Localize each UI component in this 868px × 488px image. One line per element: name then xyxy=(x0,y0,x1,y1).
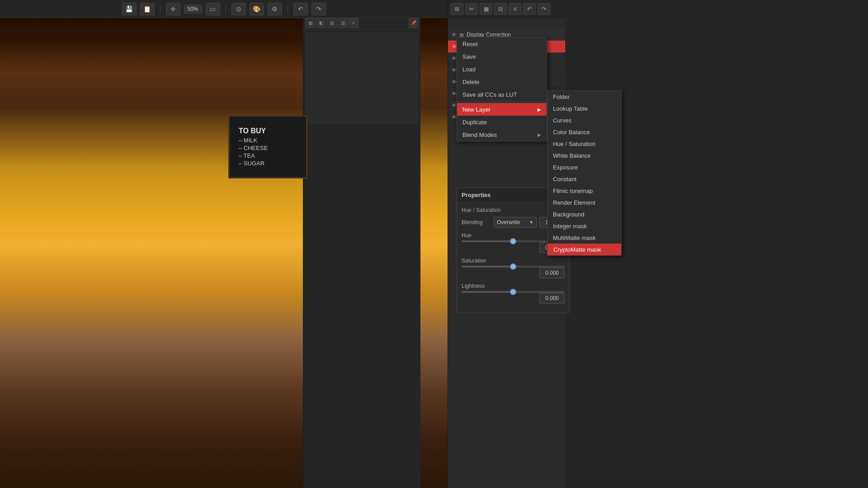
saturation-value-input[interactable]: 0.000 xyxy=(539,267,565,278)
menu-duplicate[interactable]: Duplicate xyxy=(457,116,547,128)
right-panel: ⊞ ✂ ▦ ⊟ ≡ ↶ ↷ Stamp 👁 ▦ Display Correcti… xyxy=(448,0,868,488)
submenu-filmic-tonemap[interactable]: Filmic tonemap xyxy=(547,185,621,197)
properties-title: Properties xyxy=(462,192,491,198)
blackboard-item-1: – MILK xyxy=(239,137,257,144)
layers-tool-2[interactable]: ✂ xyxy=(465,3,478,15)
lr-eye-5: 👁 xyxy=(452,103,457,108)
hue-slider-thumb[interactable] xyxy=(510,238,516,244)
lr-eye-3: 👁 xyxy=(452,79,457,84)
blackboard-item-3: – TEA xyxy=(239,152,255,159)
cursor-tool-button[interactable]: ✛ xyxy=(166,3,180,15)
layers-tool-3[interactable]: ▦ xyxy=(480,3,492,15)
mod-btn-pin[interactable]: 📌 xyxy=(409,18,419,28)
layers-tool-6[interactable]: ↶ xyxy=(523,3,536,15)
saturation-slider-track[interactable] xyxy=(462,266,565,267)
menu-load[interactable]: Load xyxy=(457,63,547,75)
viewport-toolbar: 💾 📋 ✛ 50% ▭ ⊙ 🎨 ⚙ ↶ ↷ xyxy=(0,0,448,18)
submenu-hue-saturation[interactable]: Hue / Saturation xyxy=(547,138,621,150)
hue-label: Hue xyxy=(462,232,493,239)
lightness-slider-track[interactable] xyxy=(462,291,565,293)
submenu-lookup-table[interactable]: Lookup Table xyxy=(547,103,621,114)
submenu-white-balance[interactable]: White Balance xyxy=(547,150,621,161)
lightness-slider-fill xyxy=(462,291,513,293)
menu-blend-modes[interactable]: Blend Modes ▶ xyxy=(457,128,547,141)
hue-slider-fill xyxy=(462,240,513,242)
submenu-render-element[interactable]: Render Element xyxy=(547,197,621,208)
icon3-button[interactable]: ⚙ xyxy=(268,3,282,15)
lightness-slider-row: Lightness 0.000 xyxy=(462,283,565,304)
layers-toolbar: ⊞ ✂ ▦ ⊟ ≡ ↶ ↷ xyxy=(448,0,565,18)
context-menu: Reset Save Load Delete Save all CCs as L… xyxy=(457,37,547,141)
modifier-list-panel: Modifier List ⊞ ▦ ◧ ▤ ▥ ≡ 📌 xyxy=(303,0,420,488)
menu-save[interactable]: Save xyxy=(457,50,547,63)
zoom-display[interactable]: 50% xyxy=(184,5,202,14)
new-layer-arrow: ▶ xyxy=(538,107,541,112)
save-button[interactable]: 💾 xyxy=(122,3,137,15)
lightness-value-input[interactable]: 0.000 xyxy=(539,293,565,304)
saturation-slider-fill xyxy=(462,266,513,267)
menu-reset[interactable]: Reset xyxy=(457,38,547,50)
menu-separator-1 xyxy=(457,102,547,102)
blend-modes-arrow: ▶ xyxy=(538,132,541,137)
lr-eye-6: 👁 xyxy=(452,114,457,120)
undo-button[interactable]: ↶ xyxy=(293,3,308,15)
icon1-button[interactable]: ⊙ xyxy=(231,3,246,15)
lightness-label: Lightness xyxy=(462,283,493,289)
layers-tool-5[interactable]: ≡ xyxy=(509,3,521,15)
mod-btn-4[interactable]: ▥ xyxy=(338,18,348,28)
submenu-curves[interactable]: Curves xyxy=(547,114,621,126)
redo-button[interactable]: ↷ xyxy=(311,3,326,15)
blackboard-title: TO BUY xyxy=(239,127,266,135)
saturation-slider-row: Saturation 0.000 xyxy=(462,258,565,278)
submenu-background[interactable]: Background xyxy=(547,208,621,220)
menu-save-lut[interactable]: Save all CCs as LUT xyxy=(457,88,547,101)
saturation-slider-thumb[interactable] xyxy=(510,263,516,270)
lr-eye-4: 👁 xyxy=(452,91,457,96)
toolbar-separator-1 xyxy=(160,5,160,14)
blackboard-item-2: – CHEESE xyxy=(239,145,268,151)
layers-tool-7[interactable]: ↷ xyxy=(538,3,550,15)
lightness-slider-thumb[interactable] xyxy=(510,289,516,295)
submenu-integer-mask[interactable]: Integer mask xyxy=(547,220,621,232)
menu-new-layer[interactable]: New Layer ▶ xyxy=(457,103,547,116)
submenu-cryptomatte-mask[interactable]: CryptoMatte mask xyxy=(547,244,621,255)
dc-eye-icon: 👁 xyxy=(452,32,457,38)
saturation-label: Saturation xyxy=(462,258,493,264)
submenu-folder[interactable]: Folder xyxy=(547,91,621,103)
mod-btn-2[interactable]: ◧ xyxy=(316,18,326,28)
menu-delete[interactable]: Delete xyxy=(457,75,547,88)
submenu-constant[interactable]: Constant xyxy=(547,173,621,185)
toolbar-separator-2 xyxy=(226,5,226,14)
modifier-toolbar: ▦ ◧ ▤ ▥ ≡ 📌 xyxy=(303,16,420,30)
lr-eye-2: 👁 xyxy=(452,67,457,73)
new-file-button[interactable]: 📋 xyxy=(140,3,155,15)
mod-btn-3[interactable]: ▤ xyxy=(327,18,337,28)
lr-eye-1: 👁 xyxy=(452,56,457,61)
submenu-color-balance[interactable]: Color Balance xyxy=(547,126,621,138)
app-container: 💾 📋 ✛ 50% ▭ ⊙ 🎨 ⚙ ↶ ↷ TO BUY – MILK – CH… xyxy=(0,0,868,488)
toolbar-separator-3 xyxy=(288,5,288,14)
modifier-list-area xyxy=(306,33,418,123)
blending-label: Blending xyxy=(462,219,491,225)
mod-btn-5[interactable]: ≡ xyxy=(349,18,359,28)
layers-tool-1[interactable]: ⊞ xyxy=(451,3,463,15)
blackboard: TO BUY – MILK – CHEESE – TEA – SUGAR xyxy=(228,115,307,178)
layers-tool-4[interactable]: ⊟ xyxy=(494,3,507,15)
icon2-button[interactable]: 🎨 xyxy=(250,3,264,15)
rect-select-button[interactable]: ▭ xyxy=(206,3,220,15)
dropdown-arrow-icon: ▼ xyxy=(529,220,533,225)
submenu-multimatte-mask[interactable]: MultiMatte mask xyxy=(547,232,621,244)
mod-btn-1[interactable]: ▦ xyxy=(305,18,315,28)
blending-mode-dropdown[interactable]: Overwrite ▼ xyxy=(494,217,537,228)
new-layer-submenu: Folder Lookup Table Curves Color Balance… xyxy=(547,90,622,256)
submenu-exposure[interactable]: Exposure xyxy=(547,161,621,173)
blackboard-item-4: – SUGAR xyxy=(239,160,264,167)
